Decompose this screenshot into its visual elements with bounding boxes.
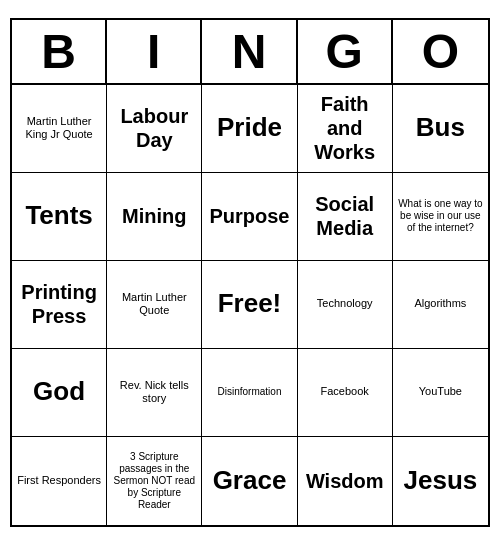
bingo-cell-21: 3 Scripture passages in the Sermon NOT r… [107, 437, 202, 525]
bingo-cell-9: What is one way to be wise in our use of… [393, 173, 488, 261]
cell-text-3: Faith and Works [302, 92, 388, 164]
bingo-cell-19: YouTube [393, 349, 488, 437]
bingo-cell-7: Purpose [202, 173, 297, 261]
cell-text-22: Grace [213, 465, 287, 496]
cell-text-18: Facebook [321, 385, 369, 398]
bingo-cell-14: Algorithms [393, 261, 488, 349]
cell-text-4: Bus [416, 112, 465, 143]
bingo-cell-23: Wisdom [298, 437, 393, 525]
bingo-cell-2: Pride [202, 85, 297, 173]
cell-text-0: Martin Luther King Jr Quote [16, 115, 102, 141]
bingo-cell-13: Technology [298, 261, 393, 349]
bingo-letter-b: B [12, 20, 107, 83]
cell-text-1: Labour Day [111, 104, 197, 152]
bingo-cell-0: Martin Luther King Jr Quote [12, 85, 107, 173]
bingo-cell-15: God [12, 349, 107, 437]
bingo-cell-4: Bus [393, 85, 488, 173]
cell-text-23: Wisdom [306, 469, 384, 493]
cell-text-2: Pride [217, 112, 282, 143]
bingo-card: BINGO Martin Luther King Jr QuoteLabour … [10, 18, 490, 527]
bingo-cell-1: Labour Day [107, 85, 202, 173]
cell-text-7: Purpose [209, 204, 289, 228]
cell-text-15: God [33, 376, 85, 407]
cell-text-10: Printing Press [16, 280, 102, 328]
bingo-letter-g: G [298, 20, 393, 83]
cell-text-20: First Responders [17, 474, 101, 487]
bingo-cell-6: Mining [107, 173, 202, 261]
cell-text-5: Tents [25, 200, 92, 231]
cell-text-19: YouTube [419, 385, 462, 398]
bingo-letter-n: N [202, 20, 297, 83]
cell-text-8: Social Media [302, 192, 388, 240]
bingo-cell-11: Martin Luther Quote [107, 261, 202, 349]
bingo-cell-24: Jesus [393, 437, 488, 525]
bingo-cell-16: Rev. Nick tells story [107, 349, 202, 437]
cell-text-13: Technology [317, 297, 373, 310]
cell-text-9: What is one way to be wise in our use of… [397, 198, 484, 234]
bingo-letter-o: O [393, 20, 488, 83]
cell-text-24: Jesus [404, 465, 478, 496]
bingo-cell-10: Printing Press [12, 261, 107, 349]
cell-text-11: Martin Luther Quote [111, 291, 197, 317]
bingo-letter-i: I [107, 20, 202, 83]
bingo-header: BINGO [12, 20, 488, 85]
cell-text-14: Algorithms [414, 297, 466, 310]
bingo-cell-5: Tents [12, 173, 107, 261]
bingo-cell-20: First Responders [12, 437, 107, 525]
bingo-cell-12: Free! [202, 261, 297, 349]
bingo-grid: Martin Luther King Jr QuoteLabour DayPri… [12, 85, 488, 525]
bingo-cell-18: Facebook [298, 349, 393, 437]
cell-text-17: Disinformation [218, 386, 282, 398]
bingo-cell-3: Faith and Works [298, 85, 393, 173]
bingo-cell-17: Disinformation [202, 349, 297, 437]
cell-text-6: Mining [122, 204, 186, 228]
bingo-cell-8: Social Media [298, 173, 393, 261]
cell-text-21: 3 Scripture passages in the Sermon NOT r… [111, 451, 197, 511]
cell-text-12: Free! [218, 288, 282, 319]
cell-text-16: Rev. Nick tells story [111, 379, 197, 405]
bingo-cell-22: Grace [202, 437, 297, 525]
